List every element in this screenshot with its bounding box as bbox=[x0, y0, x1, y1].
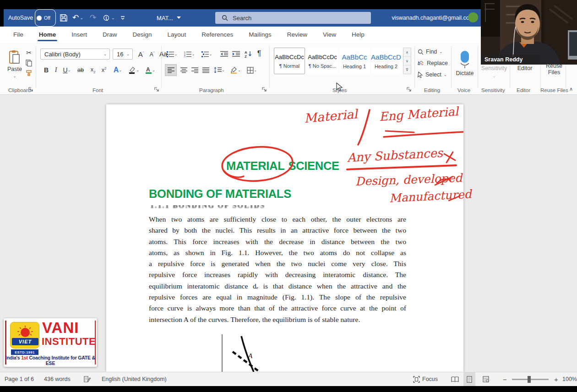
styles-scroll-up-icon[interactable]: ∧ bbox=[403, 48, 411, 57]
select-button[interactable]: Select ⌄ bbox=[418, 70, 447, 80]
underline-icon: U bbox=[63, 66, 67, 74]
document-title: MAT... bbox=[157, 15, 173, 22]
tab-help[interactable]: Help bbox=[344, 27, 372, 43]
zoom-level[interactable]: 100% bbox=[562, 372, 577, 386]
align-right-button[interactable] bbox=[190, 65, 200, 75]
style-heading2[interactable]: AaBbCcD Heading 2 bbox=[371, 48, 401, 74]
left-black-strip bbox=[0, 9, 4, 27]
cut-button[interactable]: ✂ bbox=[24, 49, 34, 57]
tab-draw[interactable]: Draw bbox=[95, 27, 125, 43]
style-heading1[interactable]: AaBbCc Heading 1 bbox=[339, 48, 370, 74]
tab-home[interactable]: Home bbox=[31, 27, 64, 43]
borders-button[interactable]: ⌄ bbox=[245, 65, 259, 75]
select-icon bbox=[418, 71, 423, 78]
proofing-status-button[interactable] bbox=[83, 372, 91, 386]
bullets-button[interactable]: ⌄ bbox=[166, 49, 179, 59]
style-no-spacing[interactable]: AaBbCcDc ¶ No Spac... bbox=[307, 48, 338, 74]
document-page[interactable]: Material Eng Material Any Substances Des… bbox=[106, 104, 463, 372]
copy-button[interactable] bbox=[24, 59, 34, 67]
undo-icon: ↶ bbox=[72, 9, 79, 27]
tab-review[interactable]: Review bbox=[279, 27, 315, 43]
font-color-button[interactable]: A ⌄ bbox=[143, 65, 158, 75]
borders-icon bbox=[247, 67, 254, 74]
customize-toolbar-icon bbox=[120, 15, 125, 21]
webcam-video-tile[interactable]: Sravan Reddy bbox=[481, 0, 577, 65]
highlight-button[interactable]: ⌄ bbox=[126, 65, 141, 75]
account-avatar[interactable] bbox=[468, 12, 478, 22]
tab-insert[interactable]: Insert bbox=[64, 27, 95, 43]
font-size-select[interactable]: 16 ⌄ bbox=[113, 49, 133, 60]
style-normal-name: ¶ Normal bbox=[279, 63, 299, 69]
superscript-button[interactable]: x2 bbox=[99, 65, 109, 75]
align-left-button[interactable] bbox=[165, 64, 177, 76]
zoom-out-button[interactable]: − bbox=[503, 372, 507, 386]
document-title-button[interactable]: MAT... bbox=[157, 9, 181, 27]
editor-button[interactable]: Editor bbox=[513, 64, 537, 72]
paste-button[interactable]: Paste ⌄ bbox=[5, 46, 25, 82]
underline-button[interactable]: U⌄ bbox=[60, 65, 73, 75]
quick-access-customize-button[interactable] bbox=[120, 9, 125, 27]
shrink-font-button[interactable]: Aˇ bbox=[147, 49, 157, 59]
tab-layout[interactable]: Layout bbox=[160, 27, 194, 43]
styles-scroll-down-icon[interactable]: ∨ bbox=[403, 57, 411, 65]
web-layout-button[interactable] bbox=[480, 372, 492, 386]
multilevel-list-button[interactable]: ⌄ bbox=[201, 49, 213, 59]
account-email[interactable]: viswanadh.chaganti@gmail.com bbox=[392, 9, 474, 27]
zoom-slider-handle[interactable] bbox=[528, 376, 531, 383]
style-normal[interactable]: AaBbCcDc ¶ Normal bbox=[274, 48, 305, 74]
word-count[interactable]: 436 words bbox=[44, 372, 71, 386]
shading-button[interactable]: ⌄ bbox=[228, 65, 243, 75]
tab-references[interactable]: References bbox=[194, 27, 241, 43]
read-mode-button[interactable] bbox=[449, 372, 461, 386]
clipboard-group-label: Clipboard bbox=[8, 87, 31, 93]
zoom-in-button[interactable]: + bbox=[554, 372, 558, 386]
autosave-label: AutoSave bbox=[8, 9, 33, 27]
clipboard-dialog-launcher[interactable] bbox=[28, 87, 34, 93]
search-input[interactable]: Search bbox=[215, 12, 371, 24]
strikethrough-button[interactable]: ab bbox=[75, 65, 86, 75]
font-group-label: Font bbox=[93, 87, 103, 93]
save-button[interactable] bbox=[60, 9, 68, 27]
replace-button[interactable]: b c Replace bbox=[418, 58, 448, 68]
styles-dialog-launcher[interactable] bbox=[407, 87, 412, 93]
tab-mailings[interactable]: Mailings bbox=[241, 27, 279, 43]
tab-view[interactable]: View bbox=[315, 27, 344, 43]
font-dialog-launcher[interactable] bbox=[154, 87, 160, 93]
focus-mode-button[interactable]: Focus bbox=[413, 372, 438, 386]
touch-mouse-mode-button[interactable]: ⌄ bbox=[103, 9, 115, 27]
pilcrow-icon: ¶ bbox=[257, 49, 261, 58]
increase-indent-button[interactable] bbox=[231, 49, 241, 59]
redo-button[interactable]: ↷ bbox=[90, 9, 96, 27]
search-icon bbox=[222, 15, 228, 21]
grow-font-button[interactable]: Aˆ bbox=[136, 49, 146, 59]
styles-gallery-more-icon[interactable]: ⊽ bbox=[403, 65, 411, 74]
sort-button[interactable]: A Z bbox=[243, 49, 254, 59]
line-spacing-button[interactable]: ⌄ bbox=[212, 65, 226, 75]
undo-button[interactable]: ↶⌄ bbox=[72, 9, 83, 27]
font-family-select[interactable]: Calibri (Body) ⌄ bbox=[40, 49, 110, 60]
autosave-toggle[interactable]: Off bbox=[35, 9, 56, 27]
numbering-button[interactable]: 1 2 3 ⌄ bbox=[183, 49, 196, 59]
tab-file[interactable]: File bbox=[5, 27, 31, 43]
print-layout-icon bbox=[467, 376, 472, 383]
print-layout-button[interactable] bbox=[463, 372, 475, 386]
text-effects-button[interactable]: A⌄ bbox=[111, 65, 125, 75]
decrease-indent-button[interactable] bbox=[219, 49, 229, 59]
collapse-ribbon-button[interactable]: ∧ bbox=[567, 85, 575, 93]
format-painter-button[interactable] bbox=[24, 69, 34, 77]
justify-button[interactable] bbox=[201, 65, 211, 75]
italic-button[interactable]: I bbox=[52, 65, 60, 75]
sensitivity-button[interactable]: Sensitivity bbox=[480, 64, 508, 72]
find-button[interactable]: Find ⌄ bbox=[418, 47, 442, 57]
show-formatting-button[interactable]: ¶ bbox=[255, 49, 264, 59]
bold-button[interactable]: B bbox=[42, 65, 50, 75]
page-indicator[interactable]: Page 1 of 6 bbox=[5, 372, 34, 386]
align-center-button[interactable] bbox=[179, 65, 189, 75]
svg-text:3: 3 bbox=[184, 55, 185, 57]
subscript-button[interactable]: x2 bbox=[88, 65, 98, 75]
tab-design[interactable]: Design bbox=[125, 27, 160, 43]
paragraph-dialog-launcher[interactable] bbox=[262, 87, 267, 93]
language-indicator[interactable]: English (United Kingdom) bbox=[102, 372, 167, 386]
dictate-button[interactable]: Dictate bbox=[454, 46, 475, 82]
find-dropdown-icon: ⌄ bbox=[439, 49, 442, 54]
